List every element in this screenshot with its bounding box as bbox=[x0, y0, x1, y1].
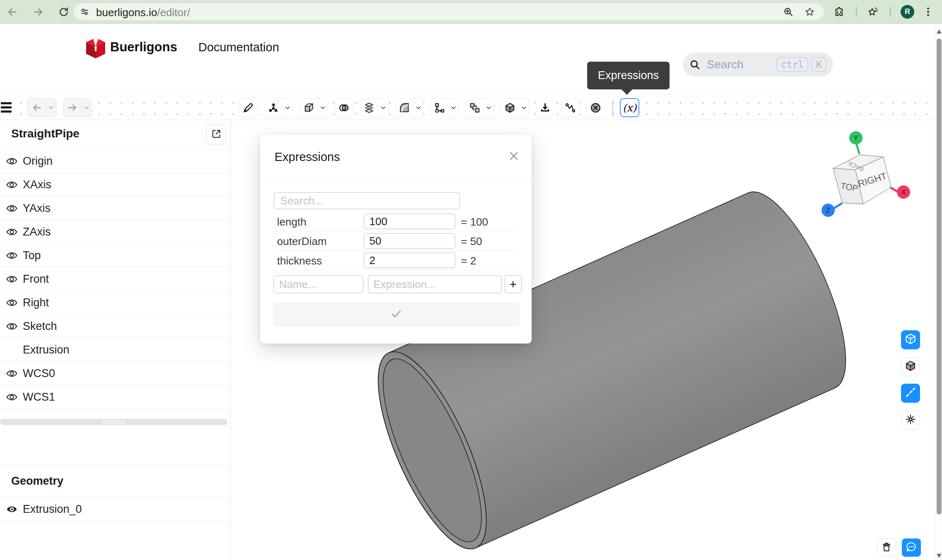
undo-button[interactable] bbox=[27, 98, 56, 117]
work-geometry-dropdown-chevron-icon[interactable] bbox=[282, 99, 292, 117]
url-text[interactable]: buerligons.io/editor/ bbox=[96, 6, 190, 19]
sidebar-item-front[interactable]: Front bbox=[0, 267, 230, 291]
scrollbar-thumb[interactable] bbox=[937, 38, 942, 514]
point-snap-button[interactable] bbox=[901, 411, 920, 430]
delete-button[interactable] bbox=[877, 538, 896, 557]
search-input[interactable] bbox=[707, 58, 773, 71]
page-scrollbar[interactable] bbox=[935, 24, 942, 560]
browser-forward-icon[interactable] bbox=[33, 7, 43, 17]
browser-chrome: buerligons.io/editor/ R bbox=[0, 0, 942, 24]
redo-button[interactable] bbox=[63, 98, 92, 117]
sidebar-item-wcs1[interactable]: WCS1 bbox=[0, 385, 230, 409]
sidebar-item-yaxis[interactable]: YAxis bbox=[0, 197, 230, 220]
sidebar-item-right[interactable]: Right bbox=[0, 291, 230, 315]
eye-visible-filled-icon[interactable] bbox=[6, 503, 18, 515]
sidebar-item-xaxis[interactable]: XAxis bbox=[0, 173, 230, 197]
eye-visible-icon[interactable] bbox=[6, 250, 18, 262]
checkmark-icon bbox=[390, 308, 402, 322]
sidebar-item-extrusion_0[interactable]: Extrusion_0 bbox=[0, 498, 231, 521]
toolbar-slice-button[interactable] bbox=[360, 98, 388, 117]
geometry-title: Geometry bbox=[11, 475, 63, 488]
undo-arrow-icon[interactable] bbox=[28, 99, 46, 117]
toolbar-extrude-button[interactable] bbox=[299, 98, 328, 117]
bookmark-star-icon[interactable] bbox=[805, 7, 815, 17]
dashed-hidden-lines-button[interactable] bbox=[901, 384, 920, 403]
eye-visible-icon[interactable] bbox=[6, 155, 18, 167]
toolbar-distribute-button[interactable] bbox=[430, 98, 459, 117]
slice-dropdown-chevron-icon[interactable] bbox=[378, 99, 388, 117]
eye-visible-icon[interactable] bbox=[6, 297, 18, 309]
fillet-dropdown-chevron-icon[interactable] bbox=[413, 99, 423, 117]
toolbar-remove-button[interactable] bbox=[586, 98, 605, 117]
toolbar-solid-button[interactable] bbox=[501, 98, 529, 117]
toolbar-sketch-button[interactable] bbox=[239, 98, 258, 117]
toolbar-fillet-button[interactable] bbox=[395, 98, 424, 117]
new-expression-name-input[interactable] bbox=[273, 275, 364, 293]
scrollbar-up-arrow[interactable] bbox=[937, 29, 942, 34]
scrollbar-down-arrow[interactable] bbox=[937, 554, 942, 558]
sidebar-item-label: WCS0 bbox=[23, 367, 55, 380]
sidebar-item-label: Extrusion_0 bbox=[23, 503, 82, 516]
toolbar-import-button[interactable] bbox=[536, 98, 554, 117]
sidebar-item-label: Extrusion bbox=[23, 344, 70, 356]
toolbar-work-geometry-button[interactable] bbox=[264, 98, 293, 117]
eye-visible-icon[interactable] bbox=[6, 202, 18, 214]
feedback-button[interactable] bbox=[902, 538, 921, 557]
shaded-edges-view-button[interactable] bbox=[901, 330, 920, 349]
expression-search-input[interactable] bbox=[274, 192, 460, 209]
sidebar-item-top[interactable]: Top bbox=[0, 244, 230, 267]
toolbar-expressions-button[interactable]: (x) bbox=[620, 98, 639, 117]
toolbar-boolean-button[interactable] bbox=[335, 98, 353, 117]
sidebar-item-sketch[interactable]: Sketch bbox=[0, 315, 230, 338]
open-external-button[interactable] bbox=[206, 125, 226, 144]
undo-dropdown-chevron-icon[interactable] bbox=[46, 99, 56, 117]
scrollbar-grip[interactable] bbox=[102, 421, 125, 425]
favorites-star-icon[interactable] bbox=[867, 6, 878, 17]
expression-value-input[interactable] bbox=[364, 233, 455, 249]
new-expression-value-input[interactable] bbox=[368, 275, 502, 293]
browser-refresh-icon[interactable] bbox=[58, 7, 69, 17]
eye-visible-icon[interactable] bbox=[6, 320, 18, 332]
extensions-icon[interactable] bbox=[834, 6, 845, 17]
menu-hamburger-icon[interactable] bbox=[1, 102, 12, 113]
sidebar-item-wcs0[interactable]: WCS0 bbox=[0, 362, 230, 385]
redo-dropdown-chevron-icon[interactable] bbox=[81, 99, 92, 117]
redo-arrow-icon[interactable] bbox=[63, 99, 81, 117]
eye-visible-icon[interactable] bbox=[6, 368, 18, 380]
global-search[interactable]: ctrl K bbox=[683, 53, 833, 77]
view-cube-gizmo[interactable]: BACK TOP RIGHT Y X Z bbox=[820, 129, 928, 224]
eye-visible-icon[interactable] bbox=[6, 226, 18, 238]
browser-back-icon[interactable] bbox=[7, 7, 18, 17]
brand-logo-icon[interactable] bbox=[85, 37, 106, 59]
model-tree-sidebar: StraightPipe OriginXAxisYAxisZAxisTopFro… bbox=[0, 120, 231, 560]
sidebar-item-zaxis[interactable]: ZAxis bbox=[0, 220, 230, 244]
sidebar-item-origin[interactable]: Origin bbox=[0, 149, 230, 173]
distribute-dropdown-chevron-icon[interactable] bbox=[448, 99, 458, 117]
confirm-button[interactable] bbox=[273, 303, 519, 327]
browser-menu-icon[interactable] bbox=[923, 6, 934, 17]
expression-value-input[interactable] bbox=[364, 214, 455, 229]
cad-toolbar: (x) bbox=[0, 94, 935, 120]
zoom-icon[interactable] bbox=[783, 7, 793, 17]
solid-dropdown-chevron-icon[interactable] bbox=[519, 99, 529, 117]
duplicate-icon bbox=[466, 99, 484, 117]
url-bar[interactable]: buerligons.io/editor/ bbox=[74, 3, 824, 20]
brand-name[interactable]: Buerligons bbox=[110, 40, 177, 55]
toolbar-sketch-path-button[interactable] bbox=[561, 98, 580, 117]
toolbar-transform-button[interactable] bbox=[465, 98, 494, 117]
eye-visible-icon[interactable] bbox=[6, 391, 18, 403]
expression-value-input[interactable] bbox=[364, 252, 455, 268]
eye-visible-icon[interactable] bbox=[6, 273, 18, 285]
sidebar-hscrollbar[interactable] bbox=[0, 419, 227, 425]
extrude-dropdown-chevron-icon[interactable] bbox=[318, 99, 328, 117]
site-info-icon[interactable] bbox=[80, 7, 90, 17]
shaded-view-button[interactable] bbox=[901, 357, 920, 376]
chrome-separator bbox=[890, 7, 891, 17]
sidebar-item-extrusion[interactable]: Extrusion bbox=[0, 338, 230, 362]
eye-visible-icon[interactable] bbox=[6, 179, 18, 191]
add-expression-button[interactable]: + bbox=[504, 275, 522, 293]
profile-avatar[interactable]: R bbox=[901, 5, 914, 19]
modal-close-button[interactable] bbox=[507, 150, 521, 164]
nav-documentation-link[interactable]: Documentation bbox=[198, 41, 279, 54]
transform-dropdown-chevron-icon[interactable] bbox=[484, 99, 494, 117]
